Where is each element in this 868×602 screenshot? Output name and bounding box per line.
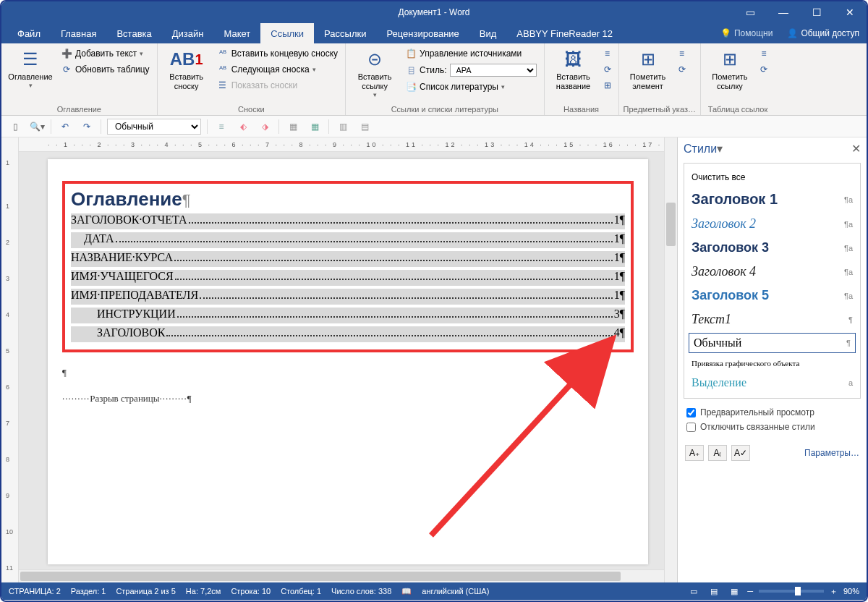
toc-entry[interactable]: ДАТА1¶ — [71, 232, 625, 248]
toc-entry[interactable]: ИМЯ·ПРЕПОДАВАТЕЛЯ1¶ — [71, 289, 625, 305]
share-button[interactable]: 👤Общий доступ — [780, 23, 867, 43]
tab-abbyy[interactable]: ABBYY FineReader 12 — [506, 23, 623, 43]
window-title: Документ1 - Word — [398, 7, 469, 17]
toc-entry[interactable]: НАЗВАНИЕ·КУРСА1¶ — [71, 251, 625, 267]
status-words[interactable]: Число слов: 338 — [331, 587, 391, 595]
horizontal-ruler[interactable]: · · 1 · · · 2 · · · 3 · · · 4 · · · 5 · … — [19, 137, 664, 152]
style-selector[interactable]: Обычный — [107, 119, 201, 135]
insert-citation-button[interactable]: ⊝ Вставить ссылку ▾ — [350, 46, 399, 103]
view-print-button[interactable]: ▤ — [707, 585, 721, 598]
status-pages[interactable]: Страница 2 из 5 — [116, 587, 175, 595]
tb2-b4[interactable]: ▦ — [285, 119, 301, 135]
tell-me[interactable]: 💡Помощни — [713, 23, 780, 43]
add-text-button[interactable]: ➕Добавить текст▾ — [58, 46, 153, 61]
document-area[interactable]: Оглавление¶ ЗАГОЛОВОК·ОТЧЕТА1¶ДАТА1¶НАЗВ… — [19, 152, 664, 569]
zoom-out[interactable]: ─ — [747, 587, 753, 595]
tab-insert[interactable]: Вставка — [106, 23, 161, 43]
vertical-ruler[interactable]: 1 1 2 3 4 5 6 7 8 9 10 11 — [1, 137, 19, 582]
redo-button[interactable]: ↷ — [79, 119, 95, 135]
tab-mailings[interactable]: Рассылки — [314, 23, 376, 43]
toc-entry[interactable]: ИМЯ·УЧАЩЕГОСЯ1¶ — [71, 270, 625, 286]
status-col[interactable]: Столбец: 1 — [281, 587, 321, 595]
status-at[interactable]: На: 7,2см — [186, 587, 221, 595]
styles-params-link[interactable]: Параметры… — [804, 448, 859, 458]
style-item-sel[interactable]: Выделениеa — [684, 372, 860, 394]
style-item-t1[interactable]: Текст1¶ — [684, 308, 860, 331]
toc-entry[interactable]: ЗАГОЛОВОК·ОТЧЕТА1¶ — [71, 213, 625, 229]
mark-entry-button[interactable]: ⊞ Пометить элемент — [624, 46, 673, 103]
tb2-btn1[interactable]: ▯ — [7, 119, 23, 135]
style-item-h2[interactable]: Заголовок 2¶a — [684, 212, 860, 236]
view-read-button[interactable]: ▭ — [686, 585, 701, 598]
style-select[interactable]: APA — [450, 64, 537, 77]
zoom-level[interactable]: 90% — [843, 587, 859, 595]
vertical-scrollbar[interactable] — [664, 137, 677, 582]
page[interactable]: Оглавление¶ ЗАГОЛОВОК·ОТЧЕТА1¶ДАТА1¶НАЗВ… — [48, 159, 648, 564]
manage-styles-button[interactable]: A✓ — [731, 445, 750, 461]
insert-endnote-button[interactable]: ᴬᴮВставить концевую сноску — [214, 46, 341, 61]
toa-sub2[interactable]: ⟳ — [757, 62, 770, 77]
style-item-h5[interactable]: Заголовок 5¶a — [684, 284, 860, 308]
style-item-normal[interactable]: Обычный¶ — [689, 333, 856, 353]
style-item-h1[interactable]: Заголовок 1¶a — [684, 187, 860, 212]
disable-linked-checkbox[interactable]: Отключить связанные стили — [686, 422, 858, 432]
status-line[interactable]: Строка: 10 — [231, 587, 271, 595]
tb2-b3[interactable]: ⬗ — [257, 119, 273, 135]
style-icon: ⌸ — [405, 64, 417, 76]
status-lang[interactable]: английский (США) — [422, 587, 489, 595]
style-inspector-button[interactable]: A₍ — [708, 445, 727, 461]
tab-file[interactable]: Файл — [7, 23, 51, 43]
update-table-button[interactable]: ⟳Обновить таблицу — [58, 62, 153, 77]
mark-citation-button[interactable]: ⊞ Пометить ссылку — [705, 46, 754, 103]
toc-entry[interactable]: ЗАГОЛОВОК4¶ — [71, 326, 625, 342]
tb2-b6[interactable]: ▥ — [335, 119, 351, 135]
status-page[interactable]: СТРАНИЦА: 2 — [9, 587, 61, 595]
status-proof-icon[interactable]: 📖 — [401, 587, 412, 596]
toa-sub1[interactable]: ≡ — [757, 46, 770, 61]
tb2-b5[interactable]: ▦ — [307, 119, 323, 135]
horizontal-scrollbar[interactable] — [19, 569, 664, 582]
status-section[interactable]: Раздел: 1 — [71, 587, 106, 595]
styles-pane-close[interactable]: ✕ — [851, 142, 861, 156]
insert-caption-button[interactable]: 🖼 Вставить название — [549, 46, 598, 103]
undo-button[interactable]: ↶ — [57, 119, 73, 135]
next-footnote-button[interactable]: ᴬᴮСледующая сноска▾ — [214, 62, 341, 77]
toc-button[interactable]: ☰ Оглавление ▾ — [6, 46, 55, 103]
zoom-slider[interactable] — [759, 590, 824, 593]
new-style-button[interactable]: A₊ — [685, 445, 704, 461]
style-dropdown[interactable]: ⌸Стиль: APA — [402, 62, 539, 78]
maximize-button[interactable]: ☐ — [800, 1, 833, 23]
tab-home[interactable]: Главная — [51, 23, 106, 43]
bibliography-button[interactable]: 📑Список литературы▾ — [402, 80, 539, 94]
style-item-anchor[interactable]: Привязка графического объекта — [684, 355, 860, 372]
tab-review[interactable]: Рецензирование — [376, 23, 469, 43]
index-sub2[interactable]: ⟳ — [676, 62, 689, 77]
tab-references[interactable]: Ссылки — [260, 23, 314, 43]
caption-sub2[interactable]: ⟳ — [601, 62, 614, 77]
tb2-b7[interactable]: ▤ — [357, 119, 373, 135]
insert-footnote-button[interactable]: АВ1 Вставить сноску — [162, 46, 211, 103]
toc-entry[interactable]: ИНСТРУКЦИИ3¶ — [71, 308, 625, 323]
manage-sources-button[interactable]: 📋Управление источниками — [402, 46, 539, 61]
view-web-button[interactable]: ▦ — [727, 585, 741, 598]
tab-layout[interactable]: Макет — [213, 23, 260, 43]
close-button[interactable]: ✕ — [833, 1, 867, 23]
caption-sub1[interactable]: ≡ — [601, 46, 614, 61]
tb2-b1[interactable]: ≡ — [213, 119, 229, 135]
tb2-search[interactable]: 🔍▾ — [29, 119, 45, 135]
show-footnotes-button[interactable]: ☰Показать сноски — [214, 78, 341, 93]
style-item-h3[interactable]: Заголовок 3¶a — [684, 236, 860, 260]
minimize-button[interactable]: — — [767, 1, 800, 23]
zoom-in[interactable]: ＋ — [830, 586, 838, 597]
clear-formatting[interactable]: Очистить все — [684, 168, 860, 187]
tb2-b2[interactable]: ⬖ — [235, 119, 251, 135]
caption-sub3[interactable]: ⊞ — [601, 78, 614, 93]
style-item-h4[interactable]: Заголовок 4¶a — [684, 260, 860, 284]
styles-pane-options[interactable]: ▾ — [717, 142, 723, 156]
index-sub1[interactable]: ≡ — [676, 46, 689, 61]
tab-view[interactable]: Вид — [469, 23, 507, 43]
preview-checkbox[interactable]: Предварительный просмотр — [686, 407, 858, 417]
titlebar: Документ1 - Word ▭ — ☐ ✕ — [1, 1, 867, 23]
tab-design[interactable]: Дизайн — [162, 23, 214, 43]
ribbon-options-icon[interactable]: ▭ — [733, 1, 767, 23]
